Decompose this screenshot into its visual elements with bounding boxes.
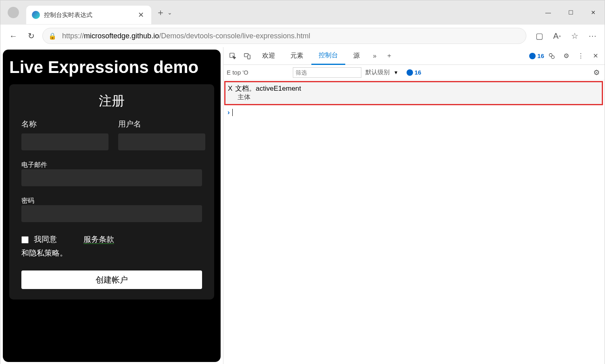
settings-gear-icon[interactable]: ⚙ [559,49,573,63]
name-input[interactable] [21,133,108,150]
close-devtools-icon[interactable]: ✕ [588,49,602,63]
content-area: Live Expressions demo 注册 名称 用户名 电子邮件 [0,47,605,364]
log-level-selector[interactable]: 默认级别 [365,69,390,76]
edge-icon [32,11,40,19]
filter-issues-badge[interactable]: 16 [407,69,421,76]
browser-tab[interactable]: 控制台实时表达式 ✕ [26,6,151,24]
nav-bar: ← ↻ 🔒 https://microsoftedge.github.io/De… [0,25,605,47]
consent-checkbox[interactable] [21,236,29,243]
maximize-button[interactable]: ☐ [559,0,582,25]
email-input[interactable] [21,169,202,186]
tab-close-icon[interactable]: ✕ [136,9,146,21]
browser-window: 控制台实时表达式 ✕ ＋ ⌄ — ☐ ✕ ← ↻ 🔒 https://micro… [0,0,605,364]
app-icon[interactable]: ▢ [531,28,547,44]
form-title: 注册 [21,92,202,110]
console-prompt[interactable]: › [223,106,605,119]
svg-rect-2 [248,55,250,59]
tab-title: 控制台实时表达式 [44,11,132,19]
tab-welcome[interactable]: 欢迎 [255,47,282,65]
svg-point-4 [551,56,554,58]
consent-prefix: 我同意 [34,235,57,243]
live-expression-box[interactable]: X 文档。activeE1ement 主体 [224,81,603,105]
issues-dot-icon [529,53,536,59]
execution-context[interactable]: E top 'O [227,69,248,76]
tab-actions-dropdown-icon[interactable]: ⌄ [167,9,172,16]
tos-link[interactable]: 服务条款 [83,235,114,244]
nav-right: ▢ A» ☆ ⋯ [531,28,601,44]
remove-expression-icon[interactable]: X [228,85,232,92]
username-label: 用户名 [118,119,205,129]
issues-badge[interactable]: 16 [529,52,544,59]
kebab-menu-icon[interactable]: ⋮ [574,49,588,63]
consent-block: 我同意 服务条款 和隐私策略。 [21,233,202,260]
tab-console[interactable]: 控制台 [311,47,345,65]
page-title: Live Expressions demo [9,58,214,77]
devtools-tab-bar: 欢迎 元素 控制台 源 » ＋ 16 ⚙ ⋮ ✕ [223,47,605,65]
read-aloud-icon[interactable]: A» [549,28,565,44]
live-expression-text[interactable]: 文档。activeE1ement [235,85,301,92]
devtools-panel: 欢迎 元素 控制台 源 » ＋ 16 ⚙ ⋮ ✕ E top 'O [223,47,605,364]
issues-count: 16 [537,52,544,59]
refresh-button[interactable]: ↻ [22,27,40,45]
url-path: /Demos/devtools-console/live-expressions… [159,32,310,40]
close-window-button[interactable]: ✕ [582,0,605,25]
favorite-icon[interactable]: ☆ [567,28,583,44]
url-host: microsoftedge.github.io [84,32,159,40]
new-tab-button[interactable]: ＋ [156,6,165,19]
lock-icon: 🔒 [48,32,56,40]
name-label: 名称 [21,119,108,129]
password-input[interactable] [21,205,202,222]
console-filter-bar: E top 'O 默认级别 ▼ 16 ⚙ [223,65,605,80]
registration-form: 注册 名称 用户名 电子邮件 密码 [9,84,214,300]
add-tab-icon[interactable]: ＋ [382,49,396,63]
create-account-button[interactable]: 创建帐户 [21,270,202,289]
window-controls: — ☐ ✕ [537,0,605,25]
profile-avatar-icon[interactable] [8,7,19,18]
live-expression-result: 主体 [228,93,599,102]
consent-suffix: 和隐私策略。 [21,249,67,257]
console-settings-gear-icon[interactable]: ⚙ [592,67,601,79]
tab-sources[interactable]: 源 [346,47,367,65]
issues-dot-icon [407,69,413,76]
page-demo: Live Expressions demo 注册 名称 用户名 电子邮件 [3,50,221,362]
filter-issues-count: 16 [415,69,421,76]
tab-elements[interactable]: 元素 [283,47,311,65]
device-toggle-icon[interactable] [240,49,254,63]
prompt-chevron-icon: › [227,108,230,116]
chevron-down-icon[interactable]: ▼ [394,70,398,75]
back-button[interactable]: ← [4,27,22,45]
text-cursor [232,109,233,116]
title-bar: 控制台实时表达式 ✕ ＋ ⌄ — ☐ ✕ [0,0,605,25]
password-label: 密码 [21,197,202,205]
inspect-element-icon[interactable] [226,49,240,63]
feedback-icon[interactable] [545,49,559,63]
filter-input[interactable] [293,67,361,78]
more-tabs-icon[interactable]: » [368,49,382,63]
email-label: 电子邮件 [21,161,202,169]
url-protocol: https:// [62,32,84,40]
more-icon[interactable]: ⋯ [584,28,601,44]
minimize-button[interactable]: — [537,0,559,25]
address-bar[interactable]: 🔒 https://microsoftedge.github.io/Demos/… [42,28,526,44]
username-input[interactable] [118,133,205,150]
